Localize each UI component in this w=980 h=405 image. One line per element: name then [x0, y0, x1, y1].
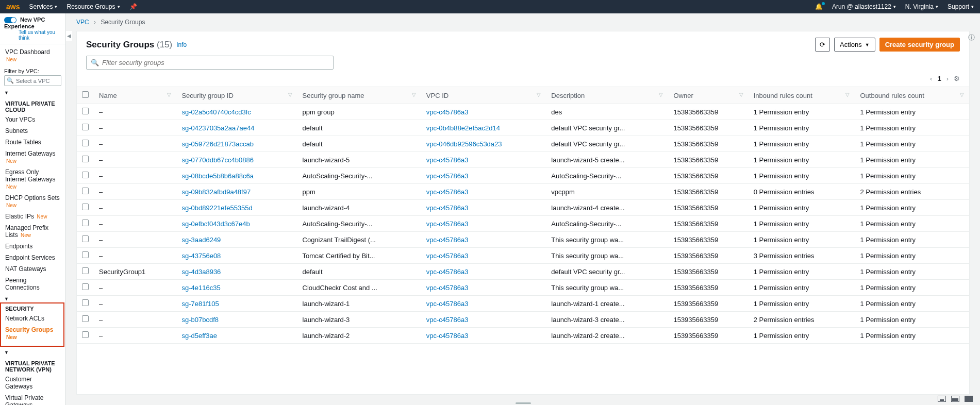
sg-id-link[interactable]: sg-04237035a2aa7ae44 [181, 124, 254, 132]
table-row[interactable]: –sg-09b832afbd9a48f97ppmvpc-c45786a3vpcp… [77, 184, 969, 200]
sort-icon[interactable]: ▽ [845, 92, 850, 97]
table-row[interactable]: –sg-3aad6249Cognizant TrailDigest (...vp… [77, 232, 969, 248]
row-checkbox[interactable] [82, 220, 89, 226]
row-checkbox[interactable] [82, 108, 89, 114]
breadcrumb-vpc[interactable]: VPC [76, 19, 89, 26]
table-row[interactable]: –sg-059726d21873accabdefaultvpc-046db925… [77, 136, 969, 152]
vpc-id-link[interactable]: vpc-c45786a3 [426, 316, 469, 324]
sidebar-item[interactable]: Route Tables [4, 137, 61, 148]
sidebar-item[interactable]: Internet Gateways New [4, 148, 61, 166]
row-checkbox[interactable] [82, 235, 89, 242]
layout-view-3[interactable] [965, 396, 973, 402]
vpc-id-link[interactable]: vpc-c45786a3 [426, 252, 469, 260]
vpc-id-link[interactable]: vpc-c45786a3 [426, 172, 469, 180]
table-row[interactable]: –sg-08bcde5b8b6a88c6aAutoScaling-Securit… [77, 168, 969, 184]
collapse-sidebar-icon[interactable]: ◀ [66, 31, 72, 41]
sg-id-link[interactable]: sg-4d3a8936 [181, 268, 221, 276]
table-row[interactable]: –sg-0bd89221efe55355dlaunch-wizard-4vpc-… [77, 200, 969, 216]
row-checkbox[interactable] [82, 299, 89, 306]
sg-id-link[interactable]: sg-7e81f105 [181, 300, 219, 308]
vpc-id-link[interactable]: vpc-c45786a3 [426, 220, 469, 228]
page-next-button[interactable]: › [946, 75, 949, 82]
select-all-checkbox[interactable] [82, 91, 89, 98]
nav-user[interactable]: Arun @ aliastest1122▾ [832, 3, 896, 10]
sidebar-item[interactable]: Managed Prefix Lists New [4, 222, 61, 241]
col-desc[interactable]: Description▽ [546, 87, 668, 104]
row-checkbox[interactable] [82, 283, 89, 290]
sort-icon[interactable]: ▽ [739, 92, 743, 97]
col-owner[interactable]: Owner▽ [668, 87, 748, 104]
sidebar-item[interactable]: NAT Gateways [4, 263, 61, 275]
col-vpcid[interactable]: VPC ID▽ [421, 87, 546, 104]
collapse-toggle-security[interactable]: ▼ [0, 295, 65, 301]
sidebar-item[interactable]: Customer Gateways [4, 374, 61, 392]
sidebar-dashboard[interactable]: VPC Dashboard New [4, 46, 61, 65]
sg-id-link[interactable]: sg-0770ddb67cc4b0886 [181, 156, 254, 164]
vpc-id-link[interactable]: vpc-c45786a3 [426, 332, 469, 340]
sidebar-item-network-acls[interactable]: Network ACLs [4, 313, 60, 324]
sg-id-link[interactable]: sg-43756e08 [181, 252, 221, 260]
layout-view-1[interactable] [938, 396, 946, 402]
sidebar-item[interactable]: Elastic IPs New [4, 211, 61, 222]
table-row[interactable]: –sg-b07bcdf8launch-wizard-3vpc-c45786a3l… [77, 312, 969, 328]
row-checkbox[interactable] [82, 331, 89, 338]
vpc-id-link[interactable]: vpc-c45786a3 [426, 108, 469, 116]
row-checkbox[interactable] [82, 188, 89, 194]
vpc-id-link[interactable]: vpc-046db92596c53da23 [426, 140, 502, 148]
sidebar-item[interactable]: Egress Only Internet Gateways New [4, 166, 61, 192]
vpc-id-link[interactable]: vpc-c45786a3 [426, 188, 469, 196]
page-prev-button[interactable]: ‹ [930, 75, 932, 82]
create-security-group-button[interactable]: Create security group [879, 38, 960, 52]
sort-icon[interactable]: ▽ [167, 92, 171, 97]
row-checkbox[interactable] [82, 315, 89, 322]
sidebar-item[interactable]: Peering Connections [4, 275, 61, 293]
sg-id-link[interactable]: sg-09b832afbd9a48f97 [181, 188, 251, 196]
table-row[interactable]: –sg-02a5c40740c4cd3fcppm groupvpc-c45786… [77, 104, 969, 120]
vpc-id-link[interactable]: vpc-0b4b88e2ef5ac2d14 [426, 124, 500, 132]
sidebar-item-security-groups[interactable]: Security Groups New [4, 324, 60, 343]
table-row[interactable]: –sg-7e81f105launch-wizard-1vpc-c45786a3l… [77, 296, 969, 312]
sg-id-link[interactable]: sg-4e116c35 [181, 284, 220, 292]
sg-id-link[interactable]: sg-02a5c40740c4cd3fc [181, 108, 251, 116]
tell-us-link[interactable]: Tell us what you think [19, 29, 61, 41]
info-panel-icon[interactable]: ⓘ [968, 33, 975, 42]
row-checkbox[interactable] [82, 140, 89, 146]
row-checkbox[interactable] [82, 172, 89, 178]
table-row[interactable]: –sg-0770ddb67cc4b0886launch-wizard-5vpc-… [77, 152, 969, 168]
row-checkbox[interactable] [82, 156, 89, 162]
table-row[interactable]: –sg-d5eff3aelaunch-wizard-2vpc-c45786a3l… [77, 328, 969, 344]
sidebar-item[interactable]: Virtual Private Gateways [4, 392, 61, 405]
vpc-id-link[interactable]: vpc-c45786a3 [426, 268, 469, 276]
row-checkbox[interactable] [82, 204, 89, 210]
table-row[interactable]: –sg-0efbcf043d3c67e4bAutoScaling-Securit… [77, 216, 969, 232]
col-sgid[interactable]: Security group ID▽ [176, 87, 297, 104]
sg-id-link[interactable]: sg-0efbcf043d3c67e4b [181, 220, 250, 228]
nav-services[interactable]: Services▾ [29, 3, 57, 10]
row-checkbox[interactable] [82, 124, 89, 130]
actions-dropdown[interactable]: Actions▼ [834, 38, 875, 52]
vpc-selector[interactable]: 🔍 Select a VPC [4, 75, 61, 86]
aws-logo[interactable]: aws [6, 3, 20, 11]
sg-id-link[interactable]: sg-059726d21873accab [181, 140, 254, 148]
col-inbound[interactable]: Inbound rules count▽ [749, 87, 855, 104]
col-name[interactable]: Name▽ [94, 87, 176, 104]
vpc-id-link[interactable]: vpc-c45786a3 [426, 236, 469, 244]
vpc-id-link[interactable]: vpc-c45786a3 [426, 284, 469, 292]
filter-security-groups-input[interactable] [102, 59, 329, 66]
sidebar-item[interactable]: Your VPCs [4, 114, 61, 125]
sg-id-link[interactable]: sg-b07bcdf8 [181, 316, 219, 324]
sg-id-link[interactable]: sg-d5eff3ae [181, 332, 217, 340]
sidebar-item[interactable]: DHCP Options Sets New [4, 192, 61, 211]
sg-id-link[interactable]: sg-08bcde5b8b6a88c6a [181, 172, 254, 180]
sidebar-item[interactable]: Endpoints [4, 241, 61, 252]
table-row[interactable]: –sg-43756e08Tomcat Certified by Bit...vp… [77, 248, 969, 264]
split-drag-handle[interactable] [66, 401, 980, 405]
refresh-button[interactable]: ⟳ [815, 38, 830, 52]
sort-icon[interactable]: ▽ [537, 92, 541, 97]
sidebar-item[interactable]: Subnets [4, 125, 61, 137]
collapse-toggle-vpn[interactable]: ▼ [0, 349, 65, 355]
nav-region[interactable]: N. Virginia▾ [905, 3, 938, 10]
collapse-toggle-vpc[interactable]: ▼ [0, 89, 65, 95]
filter-input-wrap[interactable]: 🔍 [86, 56, 334, 70]
sidebar-item[interactable]: Endpoint Services [4, 252, 61, 263]
